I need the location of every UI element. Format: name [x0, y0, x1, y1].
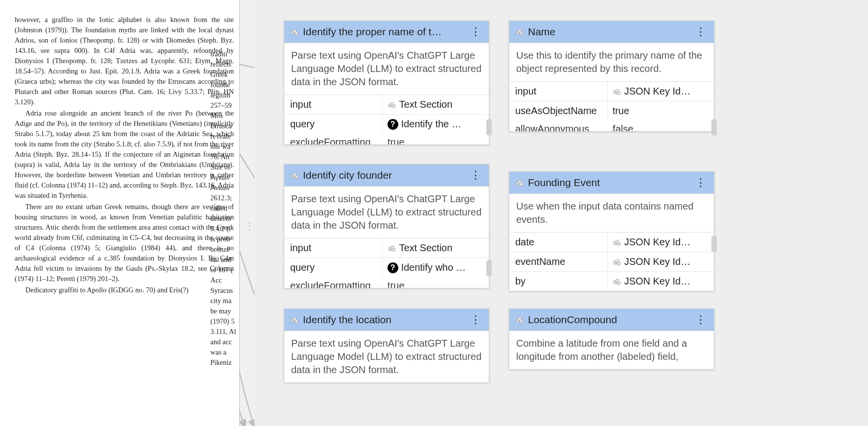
param-row-partial: excludeFormattingtrue — [284, 134, 489, 144]
node-description: Use this to identify the primary name of… — [509, 43, 714, 81]
node-description: Use when the input data contains named e… — [509, 194, 714, 232]
pane-drag-handle[interactable]: ⋮ — [245, 220, 253, 232]
param-row[interactable]: date JSON Key Id… — [509, 233, 714, 252]
node-title: Founding Event — [528, 177, 689, 189]
help-icon[interactable]: ? — [388, 262, 398, 273]
document-text-col1[interactable]: however, a graffito in the Ionic alphabe… — [15, 15, 234, 295]
node-founding-event[interactable]: Founding Event ⋮ Use when the input data… — [509, 171, 714, 291]
svg-rect-5 — [392, 105, 395, 108]
node-params: input JSON Key Id… useAsObjectName true — [509, 81, 714, 120]
node-title: Identify city founder — [303, 169, 464, 181]
param-key: input — [509, 82, 608, 101]
block-icon — [613, 277, 621, 286]
param-key: input — [284, 238, 383, 258]
node-header[interactable]: LocationCompound ⋮ — [509, 309, 714, 331]
block-icon — [613, 238, 621, 247]
node-menu-button[interactable]: ⋮ — [468, 316, 483, 323]
node-title: Name — [528, 26, 689, 38]
param-key: by — [509, 272, 608, 291]
document-text-col2-partial: traditireflectsGreekfoundelegitim257–59M… — [210, 49, 237, 368]
block-icon — [388, 100, 396, 109]
param-row[interactable]: useAsObjectName true — [509, 101, 714, 120]
svg-rect-35 — [520, 320, 523, 323]
param-value[interactable]: JSON Key Id… — [608, 233, 714, 252]
svg-rect-8 — [520, 32, 523, 35]
node-location-compound[interactable]: LocationCompound ⋮ Combine a latitude fr… — [509, 308, 714, 370]
node-name[interactable]: Name ⋮ Use this to identify the primary … — [509, 21, 714, 132]
svg-rect-17 — [392, 248, 395, 251]
block-icon — [290, 171, 299, 180]
node-menu-button[interactable]: ⋮ — [693, 179, 708, 186]
svg-rect-23 — [617, 242, 620, 245]
param-value[interactable]: JSON Key Id… — [608, 82, 714, 101]
node-description: Parse text using OpenAI's ChatGPT Large … — [284, 331, 489, 382]
doc-paragraph[interactable]: There are no extant urban Greek remains,… — [15, 202, 234, 284]
doc-paragraph[interactable]: Adria rose alongside an ancient branch o… — [15, 108, 234, 201]
node-params: date JSON Key Id… eventName JSON Key Id…… — [509, 232, 714, 291]
node-title: Identify the proper name of t… — [303, 26, 464, 38]
svg-rect-32 — [295, 320, 298, 323]
block-icon — [290, 315, 299, 324]
param-row[interactable]: input JSON Key Id… — [509, 82, 714, 101]
node-identify-proper-name[interactable]: Identify the proper name of t… ⋮ Parse t… — [284, 21, 489, 145]
node-menu-button[interactable]: ⋮ — [468, 172, 483, 178]
block-icon — [613, 258, 621, 266]
node-header[interactable]: Identify the proper name of t… ⋮ — [284, 21, 489, 43]
param-key: date — [509, 233, 608, 252]
param-value[interactable]: ?Identify the … — [383, 115, 489, 134]
param-value[interactable]: JSON Key Id… — [608, 252, 714, 271]
param-row-partial: excludeFormattingtrue — [284, 277, 489, 288]
param-key: query — [284, 115, 383, 134]
node-description: Parse text using OpenAI's ChatGPT Large … — [284, 187, 489, 238]
scrollbar-thumb[interactable] — [486, 119, 492, 136]
node-header[interactable]: Identify city founder ⋮ — [284, 165, 489, 187]
param-value[interactable]: true — [608, 101, 714, 120]
param-value[interactable]: ?Identify who … — [383, 258, 489, 277]
svg-rect-11 — [617, 92, 620, 95]
svg-rect-26 — [617, 262, 620, 265]
param-value[interactable]: Text Section — [383, 238, 489, 258]
block-icon — [515, 27, 524, 36]
svg-rect-29 — [617, 282, 620, 284]
param-row[interactable]: eventName JSON Key Id… — [509, 252, 714, 272]
node-description: Combine a latitude from one field and a … — [509, 331, 714, 369]
node-menu-button[interactable]: ⋮ — [468, 28, 483, 35]
param-row[interactable]: input Text Section — [284, 95, 489, 115]
param-key: input — [284, 95, 383, 114]
node-title: LocationCompound — [528, 314, 689, 326]
block-icon — [515, 315, 524, 324]
block-icon — [613, 87, 621, 96]
node-identify-location[interactable]: Identify the location ⋮ Parse text using… — [284, 308, 489, 383]
document-pane: however, a graffito in the Ionic alphabe… — [0, 0, 240, 426]
node-menu-button[interactable]: ⋮ — [693, 28, 708, 35]
scrollbar-thumb[interactable] — [711, 236, 717, 252]
node-header[interactable]: Identify the location ⋮ — [284, 309, 489, 331]
node-params: input Text Section query ?Identify who … — [284, 238, 489, 277]
param-key: eventName — [509, 252, 608, 271]
param-row[interactable]: query ?Identify the … — [284, 115, 489, 134]
param-key: query — [284, 258, 383, 277]
node-header[interactable]: Founding Event ⋮ — [509, 172, 714, 194]
param-row[interactable]: by JSON Key Id… — [509, 272, 714, 291]
workflow-canvas[interactable]: Identify the proper name of t… ⋮ Parse t… — [254, 0, 868, 426]
node-identify-city-founder[interactable]: Identify city founder ⋮ Parse text using… — [284, 164, 489, 288]
node-description: Parse text using OpenAI's ChatGPT Large … — [284, 43, 489, 95]
node-menu-button[interactable]: ⋮ — [693, 316, 708, 323]
doc-paragraph[interactable]: Dedicatory graffiti to Apollo (IGDGG no.… — [15, 285, 234, 295]
param-row[interactable]: query ?Identify who … — [284, 258, 489, 277]
param-row[interactable]: input Text Section — [284, 238, 489, 258]
block-icon — [388, 244, 396, 253]
param-value[interactable]: JSON Key Id… — [608, 272, 714, 291]
block-icon — [290, 27, 299, 36]
node-title: Identify the location — [303, 314, 464, 326]
scrollbar-thumb[interactable] — [486, 260, 492, 277]
node-params: input Text Section query ?Identify the … — [284, 95, 489, 134]
param-key: useAsObjectName — [509, 101, 608, 120]
pane-divider[interactable] — [239, 0, 240, 426]
help-icon[interactable]: ? — [388, 119, 398, 130]
node-header[interactable]: Name ⋮ — [509, 21, 714, 43]
param-value[interactable]: Text Section — [383, 95, 489, 114]
scrollbar-thumb[interactable] — [711, 119, 717, 136]
svg-rect-2 — [295, 32, 298, 35]
doc-paragraph[interactable]: however, a graffito in the Ionic alphabe… — [15, 15, 234, 107]
